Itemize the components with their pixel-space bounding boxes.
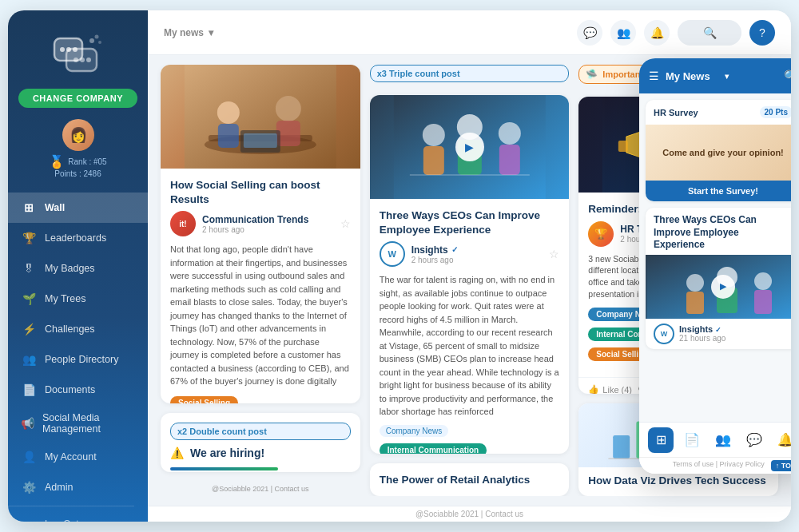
sidebar-item-label-social-media: Social Media Management [42, 412, 135, 435]
topbar-icons: 💬 👥 🔔 🔍 ? [577, 20, 775, 46]
svg-rect-26 [499, 145, 520, 175]
svg-point-7 [86, 58, 91, 62]
sidebar-footer: ↩ Log Out [8, 502, 148, 522]
change-company-button[interactable]: Change company [18, 89, 137, 108]
bookmark-icon-1[interactable]: ☆ [340, 217, 351, 230]
like-button-newcomers[interactable]: 👍 Like (4) [588, 384, 632, 393]
survey-label: HR Survey [654, 108, 698, 117]
challenges-icon: ⚡ [21, 321, 37, 337]
mobile-bottom-bell[interactable]: 🔔 [773, 427, 791, 453]
terms-link[interactable]: Terms of use | Privacy Policy [673, 460, 765, 471]
help-button[interactable]: ? [749, 20, 775, 46]
mobile-menu-icon[interactable]: ☰ [649, 69, 659, 82]
svg-rect-35 [614, 435, 630, 459]
mobile-title: My News [666, 70, 718, 82]
mobile-footer: Terms of use | Privacy Policy ↑ TOP [639, 457, 791, 474]
mobile-author-name: Insights ✓ [679, 324, 725, 334]
mobile-article-card: Three Ways CEOs Can Improve Employee Exp… [646, 208, 791, 349]
svg-rect-22 [423, 146, 444, 175]
svg-rect-50 [754, 290, 772, 314]
svg-rect-29 [618, 141, 628, 152]
app-logo [46, 26, 110, 82]
sidebar-item-challenges[interactable]: ⚡ Challenges [8, 314, 148, 344]
sidebar-item-trees[interactable]: 🌱 My Trees [8, 284, 148, 314]
article-text-ceo: The war for talent is raging on, with no… [380, 273, 560, 419]
survey-image: Come and give your opinion! [646, 125, 791, 181]
mobile-topbar: ☰ My News ▾ 🔍 [639, 58, 791, 93]
card-body-1: How Social Selling can boost Results it!… [161, 169, 360, 403]
mobile-overlay: ☰ My News ▾ 🔍 HR Survey 20 Pts Come and … [639, 58, 791, 474]
sidebar-item-social-media[interactable]: 📢 Social Media Management [8, 405, 148, 442]
bookmark-icon-ceo[interactable]: ☆ [549, 248, 559, 260]
mobile-search-icon[interactable]: 🔍 [784, 69, 791, 82]
sidebar-item-label-leaderboards: Leaderboards [45, 232, 106, 244]
mobile-bottom-docs[interactable]: 📄 [679, 427, 705, 453]
tags-row-1: Social Selling [170, 395, 351, 403]
svg-point-16 [276, 96, 301, 121]
sidebar-item-admin[interactable]: ⚙️ Admin [8, 472, 148, 502]
user-points: Points : 2486 [54, 169, 101, 178]
author-initials-1: it! [179, 220, 186, 228]
leaderboards-icon: 🏆 [21, 230, 37, 246]
sidebar-item-leaderboards[interactable]: 🏆 Leaderboards [8, 223, 148, 253]
svg-rect-15 [218, 124, 239, 148]
sidebar-item-badges[interactable]: 🎖 My Badges [8, 253, 148, 284]
sidebar-item-documents[interactable]: 📄 Documents [8, 375, 148, 405]
avatar: 👩 [62, 119, 94, 151]
mobile-dropdown-icon[interactable]: ▾ [725, 72, 777, 81]
bell-icon[interactable]: 🔔 [644, 20, 670, 46]
logout-icon: ↩ [21, 516, 37, 522]
sidebar-item-wall[interactable]: ⊞ Wall [8, 193, 148, 223]
sidebar-item-people[interactable]: 👥 People Directory [8, 344, 148, 375]
card-body-ceo: Three Ways CEOs Can Improve Employee Exp… [370, 199, 570, 454]
card-body-2: x2 Double count post ⚠️ We are hiring! [161, 413, 360, 472]
dropdown-icon[interactable]: ▾ [209, 27, 213, 38]
page-title: My news ▾ [164, 27, 213, 38]
svg-point-2 [60, 47, 65, 52]
article-text-1: Not that long ago, people didn't have in… [170, 243, 351, 388]
app-container: Change company 👩 🏅 Rank : #05 Points : 2… [8, 10, 791, 522]
svg-point-3 [66, 47, 71, 52]
user-info-section: 👩 🏅 Rank : #05 Points : 2486 [8, 114, 148, 186]
tag-internal-comm[interactable]: Internal Communication [380, 443, 487, 455]
survey-image-text: Come and give your opinion! [662, 148, 784, 157]
play-button[interactable]: ▶ [455, 133, 484, 161]
badge-x3: x3 Triple count post [370, 65, 570, 82]
mobile-survey-card: HR Survey 20 Pts Come and give your opin… [646, 100, 791, 201]
social-media-icon: 📢 [21, 415, 34, 431]
mobile-author-info: Insights ✓ 21 hours ago [679, 324, 725, 343]
source-badge: Company News [380, 425, 449, 437]
sidebar-item-label-documents: Documents [45, 384, 95, 395]
source-row: Company News [380, 425, 560, 437]
mobile-article-title: Three Ways CEOs Can Improve Employee Exp… [646, 208, 791, 255]
article-title-dataviz: How Data Viz Drives Tech Success [588, 474, 769, 488]
mobile-bottom-home[interactable]: ⊞ [648, 427, 674, 453]
survey-top-row: HR Survey 20 Pts [646, 100, 791, 125]
admin-icon: ⚙️ [21, 479, 37, 495]
mobile-bottom-chat[interactable]: 💬 [741, 427, 767, 453]
sidebar-item-label-my-account: My Account [45, 451, 97, 463]
sidebar-item-label-wall: Wall [45, 202, 65, 213]
svg-rect-19 [244, 133, 277, 148]
logout-button[interactable]: ↩ Log Out [8, 510, 148, 522]
feed-column-1: How Social Selling can boost Results it!… [156, 65, 365, 496]
sidebar-item-my-account[interactable]: 👤 My Account [8, 442, 148, 472]
chat-icon[interactable]: 💬 [577, 20, 602, 46]
svg-point-21 [423, 124, 445, 146]
sidebar: Change company 👩 🏅 Rank : #05 Points : 2… [8, 10, 148, 522]
tag-social-selling[interactable]: Social Selling [170, 396, 238, 403]
article-card-1: How Social Selling can boost Results it!… [161, 65, 360, 403]
mobile-play-button[interactable]: ▶ [711, 275, 735, 299]
mobile-bottom-people[interactable]: 👥 [710, 427, 736, 453]
sidebar-item-label-badges: My Badges [45, 263, 95, 274]
sidebar-item-label-trees: My Trees [45, 293, 85, 304]
badge-x2: x2 Double count post [170, 423, 351, 440]
search-button[interactable]: 🔍 [678, 20, 741, 46]
author-info-1: Communication Trends 2 hours ago [202, 214, 308, 234]
article-title-1: How Social Selling can boost Results [170, 178, 351, 206]
like-icon-newcomers: 👍 [588, 384, 599, 393]
logout-label: Log Out [45, 518, 79, 522]
survey-start-button[interactable]: Start the Survey! [646, 181, 791, 201]
top-button[interactable]: ↑ TOP [771, 460, 791, 471]
people-icon[interactable]: 👥 [610, 20, 636, 46]
